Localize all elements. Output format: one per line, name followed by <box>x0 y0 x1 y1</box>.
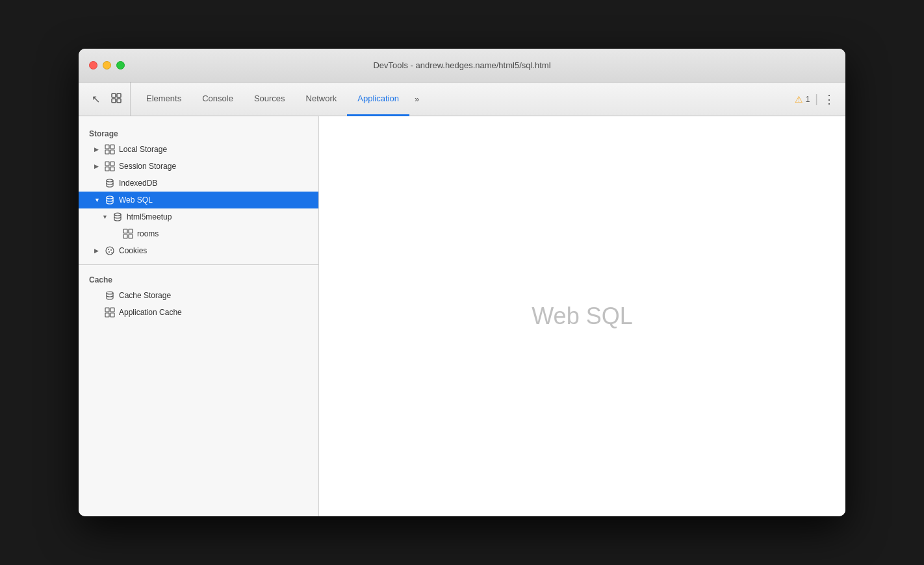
grid-icon <box>105 307 115 318</box>
tab-console[interactable]: Console <box>192 82 244 116</box>
tab-bar: ↖ Elements Console Sources Network Appli… <box>79 82 845 116</box>
warning-icon: ⚠ <box>795 94 803 105</box>
svg-point-19 <box>106 247 114 255</box>
close-button[interactable] <box>89 61 97 69</box>
tab-sources[interactable]: Sources <box>244 82 296 116</box>
svg-point-20 <box>108 249 109 250</box>
sidebar-item-web-sql[interactable]: ▼ Web SQL <box>79 192 318 208</box>
svg-rect-26 <box>110 308 114 312</box>
svg-rect-15 <box>123 229 127 233</box>
maximize-button[interactable] <box>116 61 125 69</box>
svg-rect-17 <box>123 234 127 238</box>
sidebar-item-rooms[interactable]: ▶ rooms <box>79 225 318 242</box>
svg-rect-11 <box>110 167 114 171</box>
db-icon <box>105 178 115 188</box>
grid-icon <box>123 229 133 239</box>
main-placeholder-text: Web SQL <box>532 303 632 330</box>
cursor-icon[interactable]: ↖ <box>89 90 103 108</box>
tab-network[interactable]: Network <box>296 82 348 116</box>
main-content: Storage ▶ Local Storage ▶ <box>79 116 845 516</box>
svg-rect-5 <box>110 145 114 149</box>
svg-rect-25 <box>105 308 109 312</box>
sidebar-item-app-cache[interactable]: ▶ Application Cache <box>79 304 318 321</box>
svg-rect-7 <box>110 150 114 154</box>
svg-rect-10 <box>105 167 109 171</box>
chevron-icon: ▶ <box>94 163 101 170</box>
traffic-lights <box>89 61 125 69</box>
cookie-icon <box>105 245 115 256</box>
grid-icon <box>105 144 115 155</box>
svg-rect-9 <box>110 162 114 166</box>
svg-rect-18 <box>129 234 133 238</box>
chevron-icon: ▼ <box>102 214 109 220</box>
main-panel: Web SQL <box>319 116 845 516</box>
sidebar-item-html5meetup[interactable]: ▼ html5meetup <box>79 208 318 225</box>
tab-more[interactable]: » <box>409 82 424 116</box>
grid-icon <box>105 161 115 171</box>
svg-point-14 <box>114 213 121 216</box>
svg-rect-0 <box>112 94 116 97</box>
svg-rect-3 <box>117 99 121 103</box>
svg-point-12 <box>107 179 113 182</box>
inspect-icon[interactable] <box>108 90 125 109</box>
svg-point-22 <box>109 251 110 253</box>
storage-section-header: Storage <box>79 124 318 141</box>
svg-rect-16 <box>129 229 133 233</box>
svg-rect-28 <box>110 313 114 317</box>
svg-point-21 <box>110 249 112 251</box>
svg-rect-6 <box>105 150 109 154</box>
tab-right-area: ⚠ 1 | ⋮ <box>789 82 840 116</box>
sidebar-item-cookies[interactable]: ▶ Cookies <box>79 242 318 259</box>
svg-point-23 <box>111 252 112 253</box>
chevron-icon: ▶ <box>94 247 101 254</box>
more-options-icon[interactable]: ⋮ <box>823 92 835 107</box>
svg-rect-2 <box>112 99 116 103</box>
sidebar-item-cache-storage[interactable]: ▶ Cache Storage <box>79 287 318 304</box>
chevron-icon: ▼ <box>94 197 101 203</box>
tab-elements[interactable]: Elements <box>136 82 192 116</box>
cache-section-header: Cache <box>79 270 318 287</box>
db-icon <box>105 290 115 301</box>
title-bar: DevTools - andrew.hedges.name/html5/sql.… <box>79 49 845 82</box>
svg-rect-27 <box>105 313 109 317</box>
sidebar: Storage ▶ Local Storage ▶ <box>79 116 319 516</box>
svg-point-13 <box>107 196 113 199</box>
svg-point-24 <box>107 292 113 294</box>
svg-rect-4 <box>105 145 109 149</box>
svg-rect-8 <box>105 162 109 166</box>
warning-badge[interactable]: ⚠ 1 <box>795 94 810 105</box>
chevron-icon: ▶ <box>94 146 101 153</box>
sidebar-item-local-storage[interactable]: ▶ Local Storage <box>79 141 318 158</box>
sidebar-item-indexeddb[interactable]: ▶ IndexedDB <box>79 175 318 192</box>
db-icon <box>105 195 115 205</box>
divider <box>79 264 318 265</box>
devtools-window: DevTools - andrew.hedges.name/html5/sql.… <box>79 49 845 516</box>
svg-rect-1 <box>117 94 121 97</box>
sidebar-item-session-storage[interactable]: ▶ Session Storage <box>79 158 318 175</box>
minimize-button[interactable] <box>103 61 111 69</box>
tab-application[interactable]: Application <box>347 82 409 116</box>
window-title: DevTools - andrew.hedges.name/html5/sql.… <box>373 60 550 70</box>
devtools-left-icons: ↖ <box>84 82 131 116</box>
db-icon <box>112 212 123 222</box>
